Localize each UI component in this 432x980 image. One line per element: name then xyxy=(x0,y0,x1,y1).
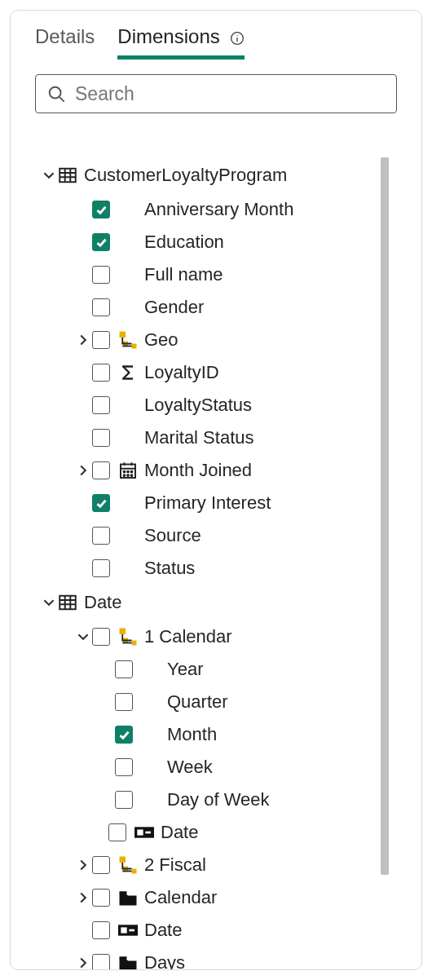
field-label: Month xyxy=(167,724,217,745)
tree-item[interactable]: Date xyxy=(35,816,376,849)
chevron-down-icon[interactable] xyxy=(74,631,92,642)
chevron-right-icon[interactable] xyxy=(74,859,92,871)
scrollbar[interactable] xyxy=(381,157,389,875)
hierarchy-icon xyxy=(118,855,138,875)
tree-item[interactable]: Day of Week xyxy=(35,784,376,816)
checkbox[interactable] xyxy=(92,233,110,251)
tree-node-customerloyaltyprogram[interactable]: CustomerLoyaltyProgram xyxy=(35,157,376,193)
calendar-icon xyxy=(118,461,138,480)
checkbox[interactable] xyxy=(92,954,110,969)
field-label: Geo xyxy=(144,329,179,351)
field-label: Anniversary Month xyxy=(144,199,293,220)
tree-item[interactable]: Week xyxy=(35,751,376,784)
checkbox[interactable] xyxy=(92,201,110,219)
tree-item[interactable]: Full name xyxy=(35,258,376,291)
checkbox[interactable] xyxy=(108,823,126,841)
tab-bar: Details Dimensions xyxy=(11,11,421,60)
tree-item[interactable]: Date xyxy=(35,914,376,947)
svg-rect-44 xyxy=(120,956,127,959)
table-icon xyxy=(58,166,77,185)
checkbox[interactable] xyxy=(115,660,133,678)
tab-details[interactable]: Details xyxy=(35,25,95,60)
date-key-icon xyxy=(118,920,138,940)
checkbox[interactable] xyxy=(92,527,110,545)
hierarchy-icon xyxy=(118,330,138,350)
field-label: Education xyxy=(144,232,224,253)
checkbox[interactable] xyxy=(92,461,110,479)
tree-item[interactable]: Anniversary Month xyxy=(35,193,376,226)
checkbox[interactable] xyxy=(115,791,133,809)
checkbox[interactable] xyxy=(92,559,110,577)
tree-item[interactable]: LoyaltyID xyxy=(35,356,376,389)
field-label: 2 Fiscal xyxy=(144,854,206,876)
svg-rect-40 xyxy=(120,891,127,894)
svg-line-4 xyxy=(60,97,64,102)
folder-icon xyxy=(118,953,138,969)
info-icon[interactable] xyxy=(230,31,245,46)
field-label: Quarter xyxy=(167,691,228,713)
svg-point-18 xyxy=(124,471,126,473)
tree-item-calendar-folder[interactable]: Calendar xyxy=(35,881,376,914)
checkbox[interactable] xyxy=(115,758,133,776)
field-label: Week xyxy=(167,757,213,778)
checkbox[interactable] xyxy=(115,726,133,744)
chevron-right-icon[interactable] xyxy=(74,892,92,903)
tree-item-days-folder[interactable]: Days xyxy=(35,947,376,969)
checkbox[interactable] xyxy=(92,396,110,414)
tree-node-date[interactable]: Date xyxy=(35,585,376,620)
checkbox[interactable] xyxy=(92,921,110,939)
svg-rect-24 xyxy=(60,596,76,610)
search-box[interactable] xyxy=(35,74,397,113)
checkbox[interactable] xyxy=(92,889,110,907)
checkbox[interactable] xyxy=(92,429,110,447)
node-label: Date xyxy=(84,592,121,613)
field-label: Date xyxy=(161,822,198,843)
checkbox[interactable] xyxy=(92,494,110,512)
tree-item[interactable]: Education xyxy=(35,226,376,258)
checkbox[interactable] xyxy=(92,298,110,316)
svg-rect-10 xyxy=(120,332,126,338)
sigma-icon xyxy=(118,363,138,382)
dimensions-panel: Details Dimensions xyxy=(10,10,422,970)
field-label: 1 Calendar xyxy=(144,626,232,647)
tree-item-monthjoined[interactable]: Month Joined xyxy=(35,454,376,487)
field-label: Full name xyxy=(144,264,223,285)
chevron-right-icon[interactable] xyxy=(74,334,92,346)
folder-icon xyxy=(118,888,138,907)
tree-item[interactable]: Marital Status xyxy=(35,422,376,454)
tree-item[interactable]: Gender xyxy=(35,291,376,324)
checkbox[interactable] xyxy=(92,331,110,349)
tree-item[interactable]: Month xyxy=(35,718,376,751)
table-icon xyxy=(58,593,77,612)
svg-rect-36 xyxy=(120,857,126,863)
tree-item[interactable]: Status xyxy=(35,552,376,585)
tree-item[interactable]: Source xyxy=(35,519,376,552)
search-input[interactable] xyxy=(73,82,385,106)
checkbox[interactable] xyxy=(92,266,110,284)
chevron-right-icon[interactable] xyxy=(74,957,92,969)
chevron-right-icon[interactable] xyxy=(74,465,92,476)
tree-item[interactable]: Year xyxy=(35,653,376,686)
tree-item-1calendar[interactable]: 1 Calendar xyxy=(35,620,376,653)
checkbox[interactable] xyxy=(92,364,110,382)
checkbox[interactable] xyxy=(92,628,110,646)
svg-point-3 xyxy=(50,87,61,99)
tree-item[interactable]: Primary Interest xyxy=(35,487,376,519)
svg-rect-5 xyxy=(60,169,76,183)
tree-item-2fiscal[interactable]: 2 Fiscal xyxy=(35,849,376,881)
checkbox[interactable] xyxy=(92,856,110,874)
tree-item-geo[interactable]: Geo xyxy=(35,324,376,356)
checkbox[interactable] xyxy=(115,693,133,711)
tree-item[interactable]: LoyaltyStatus xyxy=(35,389,376,422)
tree-item[interactable]: Quarter xyxy=(35,686,376,718)
tab-details-label: Details xyxy=(35,25,95,47)
date-key-icon xyxy=(134,823,154,842)
svg-rect-42 xyxy=(121,927,126,933)
field-label: Calendar xyxy=(144,887,217,908)
svg-rect-34 xyxy=(137,829,143,835)
tab-dimensions[interactable]: Dimensions xyxy=(117,25,245,60)
chevron-down-icon[interactable] xyxy=(40,597,58,608)
hierarchy-icon xyxy=(118,627,138,647)
tab-dimensions-label: Dimensions xyxy=(117,25,219,47)
chevron-down-icon[interactable] xyxy=(40,170,58,181)
